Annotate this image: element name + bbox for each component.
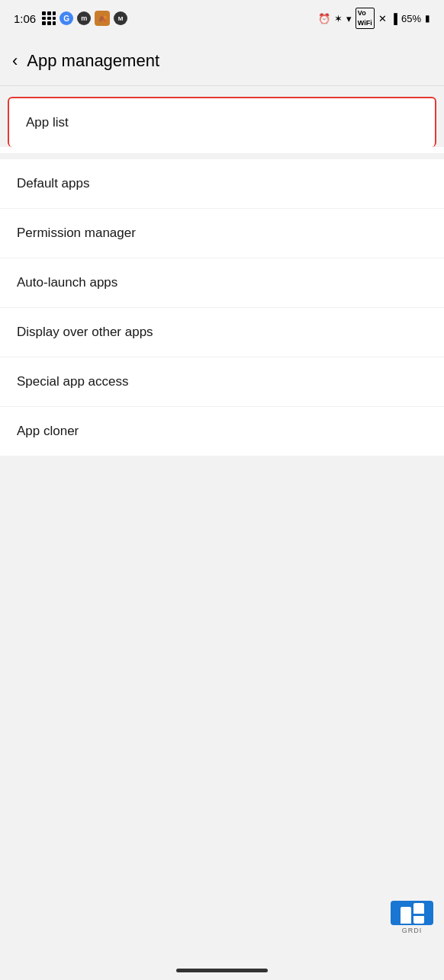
menu-item-display-over-label: Display over other apps — [17, 325, 153, 339]
battery-icon: ▮ — [425, 13, 430, 24]
menu-item-app-list-label: App list — [26, 115, 69, 130]
menu-item-permission-manager[interactable]: Permission manager — [0, 209, 444, 258]
menu-item-special-app-access[interactable]: Special app access — [0, 357, 444, 407]
wifi-icon: ▾ — [346, 13, 352, 24]
home-indicator — [176, 969, 268, 972]
menu-item-app-cloner-label: App cloner — [17, 424, 79, 438]
status-bar-right: ⏰ ✶ ▾ VoWiFi ✕ ▐ 65% ▮ — [318, 8, 430, 28]
signal-icon: ✕ — [378, 13, 387, 24]
signal-bars-icon: ▐ — [391, 13, 397, 24]
menu-item-app-list[interactable]: App list — [8, 97, 436, 147]
watermark-text: GRDI — [402, 927, 423, 934]
alarm-icon: ⏰ — [318, 13, 330, 24]
volte-icon: VoWiFi — [356, 8, 375, 28]
menu-item-permission-manager-label: Permission manager — [17, 226, 136, 240]
status-icons-left: G m 🍂 M — [42, 11, 127, 26]
menu-item-auto-launch-apps-label: Auto-launch apps — [17, 275, 117, 290]
status-time: 1:06 — [14, 12, 36, 25]
grid-icon — [42, 11, 56, 25]
page-title: App management — [27, 51, 159, 71]
menu-item-display-over-other-apps[interactable]: Display over other apps — [0, 308, 444, 357]
battery-percent: 65% — [401, 13, 421, 24]
watermark: GRDI — [389, 901, 435, 934]
back-button[interactable]: ‹ — [12, 51, 18, 71]
menu-item-default-apps[interactable]: Default apps — [0, 159, 444, 209]
menu-item-special-app-label: Special app access — [17, 374, 128, 389]
matrix-icon: m — [77, 11, 91, 25]
bluetooth-icon: ✶ — [334, 13, 343, 24]
menu-item-default-apps-label: Default apps — [17, 176, 89, 191]
app-header: ‹ App management — [0, 37, 444, 85]
menu-item-auto-launch-apps[interactable]: Auto-launch apps — [0, 258, 444, 308]
menu-item-app-cloner[interactable]: App cloner — [0, 407, 444, 456]
status-bar-left: 1:06 G m 🍂 M — [14, 11, 127, 26]
google-icon: G — [60, 11, 73, 25]
status-bar: 1:06 G m 🍂 M ⏰ ✶ ▾ VoWiFi ✕ ▐ 65% ▮ — [0, 0, 444, 37]
watermark-logo — [391, 901, 433, 925]
app-icon: 🍂 — [95, 11, 110, 26]
menu-list: App list Default apps Permission manager… — [0, 86, 444, 456]
gmail-icon: M — [114, 11, 127, 25]
